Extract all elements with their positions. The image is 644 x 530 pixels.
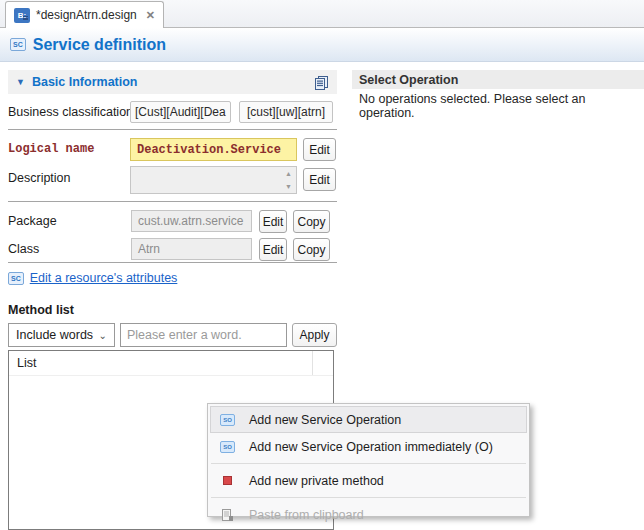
menu-separator	[211, 497, 526, 498]
separator	[8, 129, 337, 130]
menu-item-paste-from-clipboard: Paste from clipboard	[210, 501, 527, 528]
editor-tab-bar: B: *designAtrn.design ✕	[0, 0, 644, 28]
menu-item-add-private-method[interactable]: Add new private method	[210, 467, 527, 494]
business-classification-value-2[interactable]: [cust][uw][atrn]	[239, 101, 333, 123]
edit-resource-attributes-link[interactable]: SC Edit a resource's attributes	[8, 271, 177, 285]
column-divider	[312, 351, 313, 375]
separator	[8, 262, 337, 263]
logical-name-edit-button[interactable]: Edit	[303, 138, 336, 161]
scroll-up-icon[interactable]: ▲	[285, 170, 292, 177]
menu-item-add-service-operation[interactable]: SO Add new Service Operation	[210, 406, 527, 433]
no-operation-message: No operations selected. Please select an…	[359, 92, 644, 120]
method-list-title: Method list	[8, 303, 74, 317]
copy-view-icon[interactable]	[314, 75, 329, 90]
description-label: Description	[8, 171, 71, 185]
class-field: Atrn	[131, 238, 252, 260]
service-definition-editor: B: *designAtrn.design ✕ SC Service defin…	[0, 0, 644, 530]
menu-item-label: Add new Service Operation immediately (O…	[249, 440, 493, 454]
menu-item-label: Paste from clipboard	[249, 508, 364, 522]
logical-name-label: Logical name	[8, 142, 94, 156]
chevron-down-icon: ⌄	[99, 330, 107, 341]
service-class-icon: SC	[8, 272, 24, 285]
package-copy-button[interactable]: Copy	[293, 210, 330, 233]
logical-name-field[interactable]: Deactivation.Service	[130, 138, 297, 161]
method-search-input[interactable]	[120, 323, 287, 347]
package-label: Package	[8, 214, 57, 228]
paste-icon	[219, 508, 236, 522]
list-column-header[interactable]: List	[17, 356, 36, 370]
class-copy-button[interactable]: Copy	[293, 238, 330, 261]
context-menu: SO Add new Service Operation SO Add new …	[207, 403, 530, 517]
menu-item-label: Add new private method	[249, 474, 384, 488]
collapse-triangle-icon[interactable]: ▼	[16, 78, 25, 87]
package-edit-button[interactable]: Edit	[259, 210, 287, 233]
menu-separator	[211, 463, 526, 464]
business-classification-value-1[interactable]: [Cust][Audit][Dea	[130, 101, 231, 123]
menu-item-add-service-operation-immediately[interactable]: SO Add new Service Operation immediately…	[210, 433, 527, 460]
description-field[interactable]: ▲ ▼	[130, 166, 297, 194]
class-label: Class	[8, 242, 39, 256]
header-divider	[9, 375, 333, 376]
description-edit-button[interactable]: Edit	[303, 168, 336, 191]
filter-mode-select[interactable]: Include words ⌄	[8, 323, 115, 347]
edit-resource-attributes-label[interactable]: Edit a resource's attributes	[30, 271, 178, 285]
package-field: cust.uw.atrn.service	[131, 210, 252, 232]
apply-button[interactable]: Apply	[292, 323, 337, 347]
separator	[8, 201, 337, 202]
filter-mode-value: Include words	[16, 328, 93, 342]
page-title: Service definition	[33, 36, 166, 54]
service-operation-icon: SO	[219, 441, 236, 453]
basic-information-header[interactable]: ▼ Basic Information	[8, 70, 337, 94]
tab-title: *designAtrn.design	[36, 8, 137, 22]
tab-design-atrn[interactable]: B: *designAtrn.design ✕	[5, 1, 164, 28]
select-operation-title: Select Operation	[359, 73, 458, 87]
class-edit-button[interactable]: Edit	[259, 238, 287, 261]
scroll-down-icon[interactable]: ▼	[285, 183, 292, 190]
design-file-icon: B:	[14, 8, 30, 23]
service-class-icon: SC	[10, 38, 26, 51]
basic-information-title: Basic Information	[32, 75, 307, 89]
tab-close-icon[interactable]: ✕	[146, 9, 155, 22]
business-classification-label: Business classification	[8, 105, 133, 119]
page-header: SC Service definition	[0, 28, 644, 62]
service-operation-icon: SO	[219, 414, 236, 426]
scrollbar[interactable]: ▲ ▼	[282, 168, 295, 192]
private-method-icon	[219, 476, 236, 485]
select-operation-header: Select Operation	[352, 70, 644, 89]
menu-item-label: Add new Service Operation	[249, 413, 401, 427]
